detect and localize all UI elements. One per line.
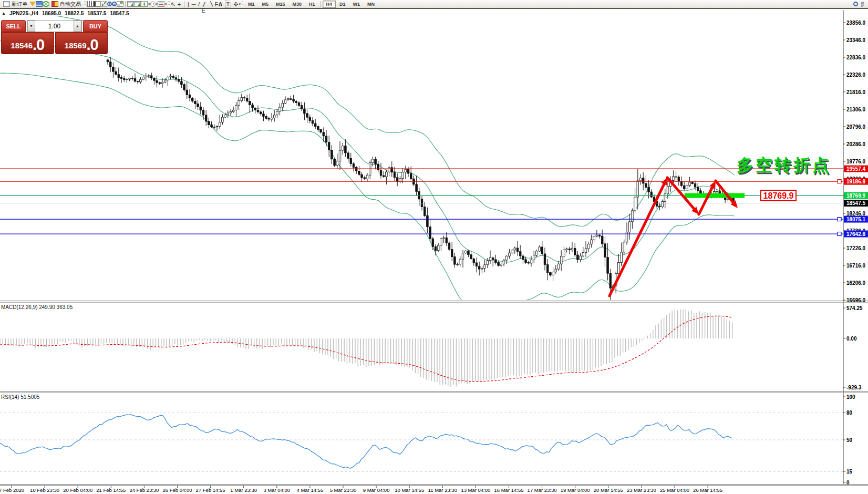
price-tick-label: 23346.0 xyxy=(846,37,866,43)
timeframe-m15[interactable]: M15 xyxy=(272,1,289,8)
ohlc-open: 18695.0 xyxy=(42,11,61,16)
volume-input[interactable] xyxy=(35,20,74,32)
timeframe-m5[interactable]: M5 xyxy=(258,1,272,8)
svg-text:18075.1: 18075.1 xyxy=(846,217,866,222)
time-axis-label: 1 Mar 23:30 xyxy=(230,487,257,493)
rsi-scale-label: 80 xyxy=(846,410,853,416)
crosshair-icon[interactable]: + xyxy=(177,1,182,7)
sell-button[interactable]: SELL xyxy=(1,20,26,32)
sell-price-fraction: .0 xyxy=(33,37,44,53)
new-order-label: 新订单 xyxy=(12,1,27,8)
price-tick-label: 16716.0 xyxy=(846,263,866,269)
volume-down-button[interactable]: ▼ xyxy=(27,20,35,32)
sell-price-display[interactable]: 18546.0 xyxy=(1,32,54,54)
chat-icon[interactable]: ❡ xyxy=(858,1,867,7)
macd-scale-label: 0.00 xyxy=(846,336,857,342)
line-handle-18075.1[interactable] xyxy=(838,218,841,221)
time-axis-label: 16 Mar 14:55 xyxy=(494,487,524,493)
timeframe-m30[interactable]: M30 xyxy=(289,1,306,8)
volume-up-button[interactable]: ▲ xyxy=(74,20,81,32)
price-tag-label[interactable]: 18769.9 xyxy=(760,190,797,201)
cursor-icon[interactable]: ↖ xyxy=(171,1,177,7)
timeframe-h1[interactable]: H1 xyxy=(305,1,319,8)
templates-caret-icon[interactable]: ▾ xyxy=(165,2,167,6)
buy-price-display[interactable]: 18569.0 xyxy=(55,32,108,54)
horizontal-line-tool-icon[interactable]: ─ xyxy=(191,1,197,7)
indicator-caret-icon[interactable]: ▾ xyxy=(148,2,150,6)
buy-price-fraction: .0 xyxy=(87,37,98,53)
toolbar-separator xyxy=(125,1,126,7)
timeframe-mn[interactable]: MN xyxy=(364,1,378,8)
bollinger-upper xyxy=(0,8,735,227)
vertical-line-tool-icon[interactable]: | xyxy=(186,1,191,7)
trendline-tool-icon[interactable]: / xyxy=(197,1,202,7)
new-order-button[interactable]: 新订单 xyxy=(1,0,29,8)
time-axis-label: 23 Mar 23:30 xyxy=(627,487,656,493)
timeframe-m1[interactable]: M1 xyxy=(244,1,259,8)
rsi-indicator-label: RSI(14) 51.5005 xyxy=(1,394,39,400)
time-axis-label: 21 Feb 14:55 xyxy=(96,487,126,493)
price-tick-label: 21816.0 xyxy=(846,89,866,95)
fibonacci-tool-icon[interactable]: 〵F xyxy=(209,1,216,7)
time-axis-label: 3 Mar 04:00 xyxy=(263,487,290,493)
collapse-icon[interactable]: ▲ xyxy=(2,11,6,16)
label-tool-icon[interactable]: T xyxy=(225,1,232,8)
autotrade-icon xyxy=(51,1,58,7)
toolbar-separator xyxy=(321,1,321,7)
price-tick-label: 18246.0 xyxy=(846,211,866,217)
chart-autoscroll-icon[interactable] xyxy=(134,1,141,7)
rsi-scale-label: 15 xyxy=(846,469,853,475)
price-tick-label: 20796.0 xyxy=(846,124,866,130)
bar-chart-icon[interactable] xyxy=(87,1,94,7)
funnel-icon[interactable] xyxy=(29,2,36,6)
zoom-in-icon[interactable]: + xyxy=(107,2,112,6)
rsi-scale-label: 100 xyxy=(846,394,855,400)
add-indicator-icon[interactable] xyxy=(141,1,148,7)
time-axis-label: 25 Mar 04:00 xyxy=(660,487,689,493)
time-axis-label: 20 Mar 14:55 xyxy=(594,487,623,493)
svg-text:17642.8: 17642.8 xyxy=(846,231,866,237)
svg-text:18547.5: 18547.5 xyxy=(846,200,866,206)
time-axis-label: 7 Feb 2020 xyxy=(0,487,24,493)
timeframe-d1[interactable]: D1 xyxy=(336,1,349,8)
time-axis-label: 24 Feb 23:30 xyxy=(129,487,159,493)
toolbar-grip xyxy=(168,1,170,7)
buy-button[interactable]: BUY xyxy=(83,20,108,32)
chart-shift-icon[interactable] xyxy=(127,1,134,7)
turning-point-annotation[interactable]: 多空转折点 xyxy=(737,154,831,177)
periods-icon[interactable] xyxy=(150,2,156,7)
macd-scale-label: 574.25 xyxy=(846,305,863,311)
candlestick-chart-icon[interactable] xyxy=(94,1,100,7)
price-tick-label: 21306.0 xyxy=(846,107,866,112)
time-axis-label: 19 Mar 04:00 xyxy=(561,487,590,493)
toolbar-grip xyxy=(84,1,86,7)
toolbar-grip xyxy=(242,1,243,7)
autotrade-button[interactable]: 自动交易 xyxy=(49,0,83,8)
zoom-out-icon[interactable]: - xyxy=(112,2,117,6)
one-click-trade-panel: SELL ▼ ▲ BUY 18546.0 18569.0 xyxy=(1,20,108,55)
time-axis-label: 9 Mar 04:00 xyxy=(363,487,390,493)
tile-windows-icon[interactable] xyxy=(117,1,123,7)
terminal-icon[interactable] xyxy=(36,1,43,7)
chart-title-bar: ▲ JPN225-,H4 18695.0 18822.5 18537.5 185… xyxy=(0,10,129,16)
timeframe-h4[interactable]: H4 xyxy=(323,1,336,8)
timeframe-w1[interactable]: W1 xyxy=(349,1,364,8)
svg-text:19557.4: 19557.4 xyxy=(846,166,866,172)
line-handle-19186.8[interactable] xyxy=(838,180,841,183)
rsi-scale-label: 50 xyxy=(846,437,853,443)
macd-scale-label: -929.3 xyxy=(846,385,862,390)
channel-tool-icon[interactable]: 〳E xyxy=(202,1,209,7)
arrows-caret-icon[interactable]: ▾ xyxy=(239,2,241,6)
line-chart-icon[interactable] xyxy=(100,1,107,7)
templates-icon[interactable] xyxy=(158,1,164,7)
rsi-line xyxy=(0,415,732,468)
line-handle-17642.8[interactable] xyxy=(838,232,841,236)
price-tick-label: 16206.0 xyxy=(846,280,866,286)
search-icon[interactable] xyxy=(853,2,858,6)
sell-price-main: 18546 xyxy=(11,39,33,53)
signals-icon[interactable] xyxy=(43,1,49,7)
price-tick-label: 22326.0 xyxy=(846,72,866,78)
arrows-tool-icon[interactable]: ✣ xyxy=(231,1,238,7)
symbol-name: JPN225-,H4 xyxy=(9,11,38,16)
highlight-support-bar[interactable] xyxy=(685,193,745,198)
